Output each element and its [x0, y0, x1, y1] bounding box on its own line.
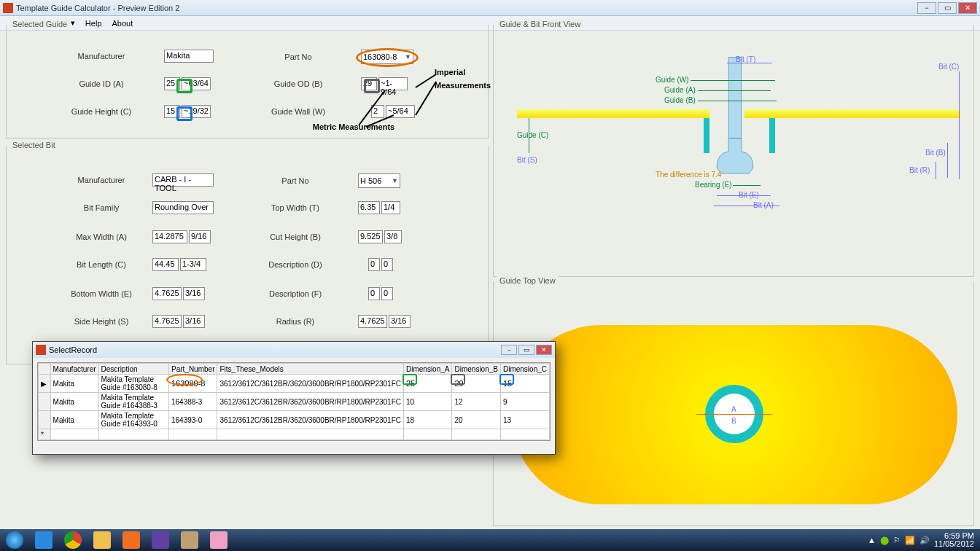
col-fitsmodels[interactable]: Fits_These_Models [217, 364, 404, 375]
guide-od-imperial[interactable]: ~1-9/64 [378, 77, 408, 90]
guide-wall-metric[interactable]: 2 [371, 105, 384, 118]
taskbar-paint-icon[interactable] [204, 529, 233, 551]
guide-wall-left [704, 118, 709, 153]
popup-minimize-button[interactable]: － [501, 345, 517, 355]
tray-flag-icon[interactable]: ⚐ [893, 536, 901, 545]
guide-wall-imperial[interactable]: ~5/64 [386, 105, 415, 118]
tray-icon[interactable]: ▲ [868, 536, 876, 544]
bit-bw-imperial[interactable]: 3/16 [183, 287, 205, 300]
bit-part-combo[interactable]: H 506▼ [358, 173, 400, 188]
group-label: Guide Top View [497, 276, 559, 285]
taskbar-vs-icon[interactable] [146, 529, 175, 551]
bit-fam-field[interactable]: Rounding Over [152, 201, 214, 214]
annotation-rect-guideid [176, 79, 192, 93]
col-description[interactable]: Description [98, 364, 168, 375]
tray-nvidia-icon[interactable]: ⬤ [880, 536, 889, 545]
table-row[interactable]: ▶ MakitaMakita Template Guide #163080-8 … [39, 375, 550, 393]
guide-wall-label: Guide Wall (W) [262, 107, 335, 116]
taskbar-media-icon[interactable] [117, 529, 146, 551]
bit-sh-imperial[interactable]: 3/16 [183, 315, 205, 328]
bit-r-imperial[interactable]: 3/16 [389, 315, 411, 328]
bit-df-metric[interactable]: 0 [368, 287, 380, 300]
maximize-button[interactable]: ▭ [938, 2, 957, 14]
bit-ch-metric[interactable]: 9.525 [358, 230, 383, 243]
plate-right [744, 109, 960, 118]
bit-r-metric[interactable]: 4.7625 [358, 315, 387, 328]
col-dimC[interactable]: Dimension_C [500, 364, 549, 375]
group-label: Selected Bit [9, 141, 58, 149]
bit-maxw-metric[interactable]: 14.2875 [152, 230, 187, 243]
col-dimB[interactable]: Dimension_B [452, 364, 500, 375]
table-row[interactable]: MakitaMakita Template Guide #164388-3164… [39, 393, 550, 411]
bit-df-label: Description (F) [259, 289, 332, 298]
select-record-window: SelectRecord － ▭ ✕ Manufacturer Descript… [32, 341, 556, 455]
dim-guideC: Guide (C) [517, 131, 548, 139]
group-front-view: Guide & Bit Front View Bit (T) Guide (W)… [493, 25, 974, 277]
popup-titlebar[interactable]: SelectRecord － ▭ ✕ [33, 342, 555, 358]
taskbar: ▲ ⬤ ⚐ 📶 🔊 6:59 PM11/05/2012 [0, 529, 980, 551]
dim-bitR: Bit (R) [909, 166, 930, 174]
tray-volume-icon[interactable]: 🔊 [919, 536, 930, 545]
bit-maxw-imperial[interactable]: 9/16 [189, 230, 211, 243]
record-grid[interactable]: Manufacturer Description Part_Number Fit… [37, 362, 551, 441]
tray-network-icon[interactable]: 📶 [905, 536, 915, 545]
bit-topw-label: Top Width (T) [259, 203, 332, 212]
group-top-view: Guide Top View A B [493, 281, 974, 526]
bit-ch-imperial[interactable]: 3/8 [384, 230, 402, 243]
bit-fam-label: Bit Family [65, 203, 138, 212]
bit-len-imperial[interactable]: 1-3/4 [180, 258, 206, 271]
bit-sh-metric[interactable]: 4.7625 [152, 315, 182, 328]
window-title: Template Guide Calculator - Preview Edit… [16, 4, 916, 12]
system-tray[interactable]: ▲ ⬤ ⚐ 📶 🔊 6:59 PM11/05/2012 [862, 532, 980, 548]
taskbar-explorer-icon[interactable] [88, 529, 117, 551]
popup-close-button[interactable]: ✕ [536, 345, 552, 355]
dim-bitC: Bit (C) [938, 63, 959, 71]
bit-bw-label: Bottom Width (E) [65, 289, 138, 298]
popup-maximize-button[interactable]: ▭ [518, 345, 534, 355]
bit-sh-label: Side Height (S) [65, 317, 138, 326]
taskbar-ie-icon[interactable] [29, 529, 58, 551]
guide-wall-right [769, 118, 775, 153]
annotation-circle-partno [356, 48, 419, 67]
app-icon [36, 345, 46, 355]
bit-df-imperial[interactable]: 0 [381, 287, 393, 300]
table-row-new[interactable]: * [39, 429, 550, 440]
taskbar-calc-icon[interactable] [175, 529, 204, 551]
dim-diff: The difference is 7.4 [656, 171, 721, 179]
bit-len-metric[interactable]: 44.45 [152, 258, 179, 271]
guide-id-label: Guide ID (A) [65, 79, 138, 88]
popup-title: SelectRecord [49, 345, 499, 354]
annotation-metric: Metric Measurements [306, 120, 401, 133]
table-row[interactable]: MakitaMakita Template Guide #164393-0164… [39, 411, 550, 429]
guide-part-label: Part No [262, 52, 335, 61]
start-button[interactable] [0, 529, 29, 551]
bit-bw-metric[interactable]: 4.7625 [152, 287, 182, 300]
col-dimA[interactable]: Dimension_A [404, 364, 452, 375]
bit-dd-metric[interactable]: 0 [368, 258, 380, 271]
guide-ht-label: Guide Height (C) [65, 107, 138, 116]
dim-guideB: Guide (B) [664, 96, 696, 104]
group-selected-bit: Selected Bit Manufacturer CARB - I - TOO… [6, 146, 489, 364]
bit-dd-imperial[interactable]: 0 [381, 258, 393, 271]
bit-r-label: Radius (R) [259, 317, 332, 326]
bit-part-label: Part No [259, 176, 332, 185]
bit-mfr-field[interactable]: CARB - I - TOOL [152, 173, 214, 187]
plate-left [517, 109, 709, 118]
guide-mfr-field[interactable]: Makita [164, 50, 214, 63]
guide-od-label: Guide OD (B) [262, 79, 335, 88]
bit-stem [728, 57, 742, 138]
taskbar-chrome-icon[interactable] [58, 529, 88, 551]
minimize-button[interactable]: － [917, 2, 936, 14]
close-button[interactable]: ✕ [958, 2, 977, 14]
tray-clock[interactable]: 6:59 PM11/05/2012 [934, 532, 974, 548]
dim-bitS: Bit (S) [517, 156, 537, 164]
bit-topw-metric[interactable]: 6.35 [358, 201, 380, 214]
bit-topw-imperial[interactable]: 1/4 [381, 201, 400, 214]
col-manufacturer[interactable]: Manufacturer [50, 364, 98, 375]
col-partnumber[interactable]: Part_Number [169, 364, 217, 375]
dim-bearing: Bearing (E) [695, 181, 732, 189]
dim-guideA: Guide (A) [664, 86, 696, 94]
annotation-rect-guideod [364, 79, 380, 93]
bit-len-label: Bit Length (C) [65, 260, 138, 269]
topview-A: A [731, 405, 736, 413]
